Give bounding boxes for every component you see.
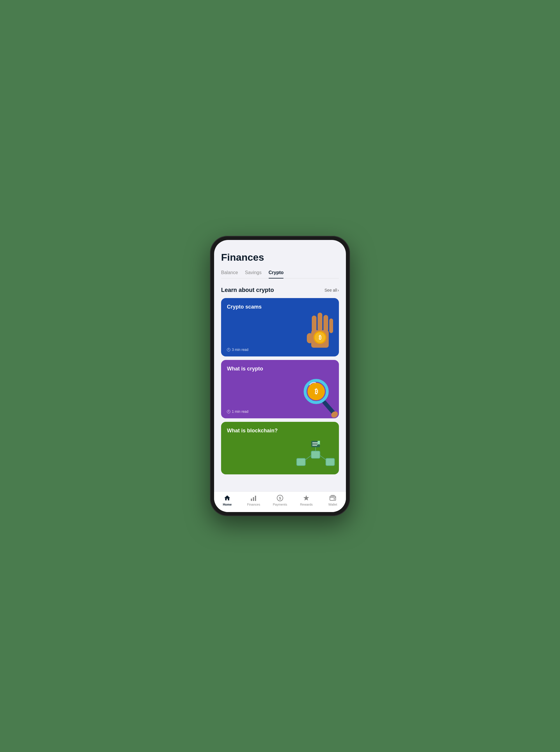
tab-crypto[interactable]: Crypto — [268, 270, 284, 278]
blockchain-illustration — [289, 425, 336, 471]
svg-rect-5 — [329, 319, 333, 333]
nav-wallet-label: Wallet — [328, 503, 337, 506]
wallet-icon — [329, 495, 336, 502]
svg-rect-31 — [334, 498, 335, 500]
screen-content: Finances Balance Savings Crypto Learn ab… — [214, 240, 346, 491]
nav-finances-label: Finances — [247, 503, 260, 506]
hand-bitcoin-illustration: ₿ — [292, 310, 339, 356]
clock-icon-2 — [227, 410, 231, 413]
nav-payments-label: Payments — [273, 503, 287, 506]
svg-rect-30 — [330, 496, 336, 500]
section-title: Learn about crypto — [221, 287, 274, 293]
nav-wallet[interactable]: Wallet — [324, 495, 342, 506]
magnify-bitcoin-illustration: ₿ — [292, 372, 339, 418]
phone-screen: Finances Balance Savings Crypto Learn ab… — [214, 240, 346, 512]
svg-rect-15 — [297, 458, 305, 466]
svg-text:$: $ — [279, 496, 281, 500]
clock-icon-1 — [227, 348, 231, 351]
svg-rect-26 — [253, 497, 254, 501]
svg-rect-2 — [312, 315, 317, 333]
svg-rect-16 — [326, 458, 335, 466]
svg-rect-1 — [307, 333, 313, 343]
nav-payments[interactable]: $ Payments — [271, 495, 289, 506]
svg-line-24 — [320, 456, 326, 460]
payments-icon: $ — [277, 495, 283, 502]
svg-rect-3 — [318, 313, 322, 332]
card-what-is-crypto-title: What is crypto — [227, 366, 263, 372]
phone-frame: Finances Balance Savings Crypto Learn ab… — [210, 236, 350, 516]
page-title: Finances — [221, 252, 339, 263]
svg-rect-4 — [323, 315, 328, 332]
card-crypto-scams-readtime: 3 min read — [227, 348, 248, 352]
rewards-icon — [303, 495, 310, 502]
nav-finances[interactable]: Finances — [245, 495, 262, 506]
bottom-nav: Home Finances $ Payments — [214, 491, 346, 512]
section-header: Learn about crypto See all › — [221, 287, 339, 293]
card-crypto-scams-title: Crypto scams — [227, 304, 262, 310]
card-crypto-scams[interactable]: Crypto scams — [221, 298, 339, 356]
card-what-is-crypto[interactable]: What is crypto ₿ — [221, 360, 339, 418]
nav-rewards[interactable]: Rewards — [298, 495, 315, 506]
tab-balance[interactable]: Balance — [221, 270, 238, 278]
cards-list: Crypto scams — [221, 298, 339, 479]
finances-icon — [250, 495, 257, 502]
nav-rewards-label: Rewards — [300, 503, 313, 506]
tab-savings[interactable]: Savings — [245, 270, 262, 278]
svg-text:₿: ₿ — [319, 334, 321, 341]
svg-rect-14 — [311, 451, 320, 458]
svg-line-23 — [305, 456, 311, 460]
tabs-row: Balance Savings Crypto — [221, 270, 339, 278]
card-what-is-blockchain-title: What is blockchain? — [227, 428, 278, 434]
svg-rect-25 — [251, 499, 252, 501]
card-what-is-blockchain[interactable]: What is blockchain? — [221, 422, 339, 475]
svg-rect-27 — [255, 496, 256, 501]
card-what-is-crypto-readtime: 1 min read — [227, 409, 248, 414]
svg-text:₿: ₿ — [315, 388, 318, 395]
nav-home-label: Home — [223, 503, 232, 506]
nav-home[interactable]: Home — [218, 495, 236, 506]
see-all-link[interactable]: See all › — [325, 288, 339, 292]
home-icon — [224, 495, 231, 502]
